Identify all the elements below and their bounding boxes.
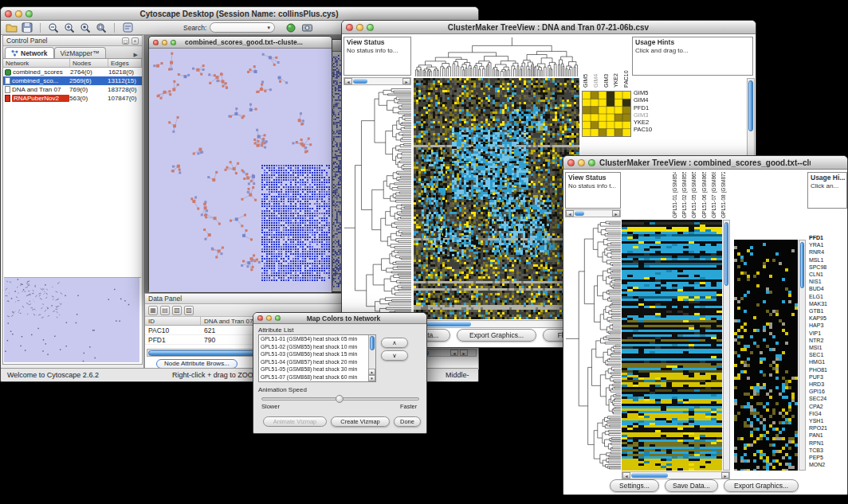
gene-label[interactable]: HMG1 bbox=[809, 358, 847, 365]
gene-label[interactable]: MSI1 bbox=[809, 344, 847, 351]
gene-label[interactable]: VIP1 bbox=[809, 330, 847, 337]
hscroll-track[interactable] bbox=[630, 472, 721, 479]
gene-label[interactable]: NIS1 bbox=[809, 278, 847, 285]
listbox-vscrollbar[interactable]: ▲ ▼ bbox=[368, 335, 375, 381]
gene-label[interactable]: RPN1 bbox=[809, 440, 847, 447]
gene-label[interactable]: GPI16 bbox=[809, 388, 847, 395]
gene-label[interactable]: GIM4 bbox=[634, 96, 669, 104]
save-session-icon[interactable] bbox=[21, 22, 33, 33]
network-row[interactable]: RNAPuberNov2 563(0) 107847(0) bbox=[3, 94, 142, 103]
gene-label[interactable]: PFD1 bbox=[634, 104, 669, 111]
save-data-button[interactable]: Save Data... bbox=[665, 479, 718, 492]
gene-label[interactable]: TCB3 bbox=[809, 447, 847, 454]
zoom-fit-icon[interactable] bbox=[95, 22, 108, 33]
gene-label[interactable]: MON2 bbox=[809, 461, 847, 468]
hscroll-track[interactable] bbox=[574, 210, 612, 217]
tab-vizmapper[interactable]: VizMapper™ bbox=[54, 47, 106, 58]
column-header-network[interactable]: Network bbox=[3, 59, 70, 67]
row-dendrogram-canvas[interactable] bbox=[344, 87, 411, 319]
scroll-left-icon[interactable]: ◄ bbox=[622, 472, 630, 479]
hscroll-track[interactable] bbox=[352, 78, 402, 84]
row-dendrogram-canvas[interactable] bbox=[565, 220, 621, 471]
export-graphics-button[interactable]: Export Graphics... bbox=[724, 479, 799, 492]
animation-speed-slider[interactable] bbox=[261, 397, 419, 400]
attribute-item[interactable]: GPL51-03 (GSM856) heat shock 15 min bbox=[259, 350, 368, 358]
close-button[interactable] bbox=[257, 315, 263, 321]
gene-label[interactable]: FIG4 bbox=[809, 410, 847, 417]
scroll-right-icon[interactable]: ► bbox=[612, 210, 620, 217]
attribute-item[interactable]: GPL51-05 (GSM858) heat shock 30 min bbox=[259, 365, 368, 373]
gene-label[interactable]: SEC1 bbox=[809, 351, 847, 358]
network-row[interactable]: combined_scores 2764(0) 16218(0) bbox=[3, 68, 142, 76]
heatmap-canvas[interactable] bbox=[622, 220, 722, 471]
delete-attribute-icon[interactable]: ▧ bbox=[172, 306, 182, 315]
hscroll-thumb[interactable] bbox=[575, 211, 584, 216]
row-dendrogram-hscrollbar[interactable]: ◄ ► bbox=[344, 77, 411, 85]
heatmap-vscrollbar[interactable] bbox=[723, 220, 730, 471]
treeview2-titlebar[interactable]: ClusterMaker TreeView : combined_scores_… bbox=[563, 156, 847, 170]
network-overview-pane[interactable] bbox=[4, 277, 141, 363]
gene-label[interactable]: YRA1 bbox=[809, 241, 847, 248]
attribute-item[interactable]: GPL51-02 (GSM855) heat shock 10 min bbox=[259, 343, 368, 351]
snapshot-icon[interactable] bbox=[300, 22, 313, 33]
close-button[interactable] bbox=[5, 10, 12, 18]
gene-label[interactable]: RNR4 bbox=[809, 248, 847, 256]
zoom-button[interactable] bbox=[26, 10, 33, 18]
column-header-edges[interactable]: Edges bbox=[108, 59, 142, 67]
minimize-button[interactable] bbox=[356, 24, 363, 31]
gene-label[interactable]: PHO81 bbox=[809, 366, 847, 373]
attribute-item[interactable]: GPL51-01 (GSM854) heat shock 05 min bbox=[259, 335, 368, 343]
scroll-left-icon[interactable]: ◄ bbox=[450, 350, 458, 356]
gene-label[interactable]: CLN1 bbox=[809, 271, 847, 278]
heatmap-hscrollbar[interactable]: ◄ ► bbox=[622, 471, 730, 479]
scroll-left-icon[interactable]: ◄ bbox=[344, 78, 352, 84]
vscroll-thumb[interactable] bbox=[800, 242, 804, 288]
done-button[interactable]: Done bbox=[394, 416, 421, 427]
network-row-selected[interactable]: combined_sco... 2569(6) 13112(15) bbox=[3, 76, 142, 85]
zoom-button[interactable] bbox=[367, 24, 374, 31]
dropdown-icon[interactable]: ▼ bbox=[266, 25, 271, 30]
hscroll-track[interactable] bbox=[422, 321, 571, 327]
close-button[interactable] bbox=[346, 24, 353, 31]
column-header-id[interactable]: ID bbox=[145, 317, 201, 325]
close-panel-icon[interactable]: × bbox=[132, 37, 139, 45]
scroll-right-icon[interactable]: ► bbox=[721, 472, 729, 479]
treeview1-titlebar[interactable]: ClusterMaker TreeView : DNA and Tran 07-… bbox=[342, 21, 756, 34]
gene-label[interactable]: NTR2 bbox=[809, 337, 847, 344]
gene-label[interactable]: BUD4 bbox=[809, 285, 847, 292]
gene-label[interactable]: RPO21 bbox=[809, 424, 847, 432]
network-view-titlebar[interactable]: combined_scores_good.txt--cluste... bbox=[149, 37, 332, 49]
zoom-button[interactable] bbox=[171, 40, 176, 45]
float-panel-icon[interactable]: ◻ bbox=[122, 37, 129, 45]
scroll-left-icon[interactable]: ◄ bbox=[566, 210, 574, 217]
dialog-titlebar[interactable]: Map Colors to Network bbox=[253, 313, 426, 324]
zoom-in-icon[interactable] bbox=[63, 22, 76, 33]
gene-label[interactable]: SPC98 bbox=[809, 264, 847, 271]
formula-icon[interactable]: ▨ bbox=[184, 306, 194, 315]
vscroll-thumb[interactable] bbox=[370, 336, 375, 350]
gene-label[interactable]: CPA2 bbox=[809, 403, 847, 410]
annotation-icon[interactable] bbox=[121, 22, 134, 33]
correlation-matrix-canvas[interactable] bbox=[582, 91, 631, 137]
move-down-button[interactable]: ∨ bbox=[381, 350, 408, 361]
gene-label[interactable]: GTB1 bbox=[809, 307, 847, 315]
select-attributes-icon[interactable]: ▦ bbox=[148, 306, 158, 315]
cytoscape-titlebar[interactable]: Cytoscape Desktop (Session Name: collins… bbox=[1, 7, 478, 21]
scroll-right-icon[interactable]: ► bbox=[402, 78, 410, 84]
scroll-right-icon[interactable]: ► bbox=[460, 350, 468, 356]
secondary-heatmap-canvas[interactable] bbox=[734, 240, 798, 471]
search-input[interactable] bbox=[210, 24, 261, 31]
hscroll-thumb[interactable] bbox=[631, 473, 668, 478]
zoom-button[interactable] bbox=[275, 315, 281, 321]
zoom-button[interactable] bbox=[588, 159, 595, 166]
gene-label[interactable]: YKE2 bbox=[634, 119, 669, 126]
close-button[interactable] bbox=[567, 159, 575, 166]
network-overview-canvas[interactable] bbox=[4, 278, 139, 362]
gene-label[interactable]: KAP95 bbox=[809, 315, 847, 322]
row-dendrogram-hscrollbar[interactable]: ◄ ► bbox=[565, 209, 621, 217]
vscroll-thumb[interactable] bbox=[724, 222, 728, 286]
minimize-button[interactable] bbox=[266, 315, 272, 321]
minimize-button[interactable] bbox=[15, 10, 22, 18]
zoom-out-icon[interactable] bbox=[47, 22, 60, 33]
tab-network[interactable]: Network bbox=[5, 47, 54, 58]
